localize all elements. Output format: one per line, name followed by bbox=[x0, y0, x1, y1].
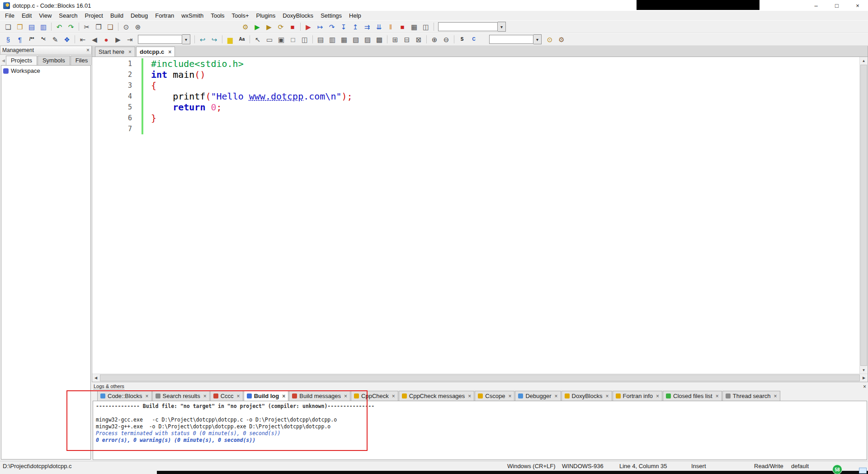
browse-next-button[interactable]: ▶ bbox=[112, 34, 124, 45]
redo-button[interactable]: ↷ bbox=[65, 22, 77, 32]
tab-close-icon[interactable]: × bbox=[128, 49, 132, 55]
editor-tab-dotcpp-c[interactable]: dotcpp.c× bbox=[136, 47, 175, 57]
menu-item-help[interactable]: Help bbox=[345, 11, 365, 20]
search-term-select[interactable]: ▾ bbox=[489, 34, 542, 44]
zoom-in-button[interactable]: ⊕ bbox=[429, 34, 440, 45]
menu-item-tools[interactable]: Tools bbox=[207, 11, 228, 20]
logs-tab-cscope[interactable]: Cscope× bbox=[475, 391, 514, 401]
run-to-cursor-button[interactable]: ↦ bbox=[314, 22, 326, 32]
menu-item-wxsmith[interactable]: wxSmith bbox=[178, 11, 207, 20]
menu-item-project[interactable]: Project bbox=[81, 11, 107, 20]
open-file-button[interactable]: ❒ bbox=[14, 22, 26, 32]
align-bottom-button[interactable]: ▩ bbox=[373, 34, 385, 45]
menu-item-settings[interactable]: Settings bbox=[317, 11, 345, 20]
horizontal-scroll-thumb[interactable] bbox=[100, 374, 860, 381]
tab-close-icon[interactable]: × bbox=[282, 393, 285, 399]
tree-item-workspace[interactable]: Workspace bbox=[3, 67, 89, 75]
debugging-windows-button[interactable]: ▦ bbox=[408, 22, 420, 32]
scroll-down-icon[interactable]: ▼ bbox=[860, 366, 868, 374]
wx-dialog-button[interactable]: ▣ bbox=[275, 34, 287, 45]
run-button[interactable]: ▶ bbox=[251, 22, 263, 32]
doxywizard-button[interactable]: ❖ bbox=[61, 34, 73, 45]
tab-close-icon[interactable]: × bbox=[656, 393, 659, 399]
logs-tab-cppcheck-messages[interactable]: CppCheck messages× bbox=[399, 391, 475, 401]
build-button[interactable]: ⚙ bbox=[240, 22, 251, 32]
logs-tab-build-log[interactable]: Build log× bbox=[244, 391, 289, 401]
doxy-comment-open-button[interactable]: /** bbox=[26, 34, 38, 45]
logs-tab-cccc[interactable]: Cccc× bbox=[210, 391, 243, 401]
vertical-scrollbar[interactable]: ▲ ▼ bbox=[859, 57, 868, 374]
menu-item-file[interactable]: File bbox=[1, 11, 18, 20]
tab-close-icon[interactable]: × bbox=[605, 393, 609, 399]
scroll-right-icon[interactable]: ▶ bbox=[860, 374, 868, 382]
tab-close-icon[interactable]: × bbox=[237, 393, 240, 399]
build-target-select-arrow-icon[interactable]: ▾ bbox=[498, 22, 506, 32]
vertical-scroll-thumb[interactable] bbox=[860, 65, 867, 366]
border-left-button[interactable]: ⊞ bbox=[389, 34, 401, 45]
nav-back-button[interactable]: ↩ bbox=[197, 34, 208, 45]
logs-tab-closed-files-list[interactable]: Closed files list× bbox=[663, 391, 722, 401]
highlight-marker-button[interactable]: ▆ bbox=[224, 34, 236, 45]
align-center-button[interactable]: ▥ bbox=[326, 34, 338, 45]
step-into-instruction-button[interactable]: ⇊ bbox=[373, 22, 385, 32]
maximize-button[interactable]: □ bbox=[826, 0, 847, 11]
paste-button[interactable]: ❑ bbox=[104, 22, 116, 32]
debug-info-button[interactable]: ◫ bbox=[420, 22, 432, 32]
tab-close-icon[interactable]: × bbox=[555, 393, 558, 399]
management-tab-projects[interactable]: Projects bbox=[6, 56, 37, 65]
save-all-files-button[interactable]: ▥ bbox=[38, 22, 49, 32]
logs-tab-search-results[interactable]: Search results× bbox=[152, 391, 210, 401]
cut-button[interactable]: ✂ bbox=[81, 22, 93, 32]
logs-close-button[interactable]: × bbox=[863, 384, 866, 390]
management-tab-symbols[interactable]: Symbols bbox=[38, 56, 70, 65]
align-top-button[interactable]: ▧ bbox=[350, 34, 362, 45]
align-right-button[interactable]: ▦ bbox=[338, 34, 350, 45]
doxy-run-html-button[interactable]: ✎ bbox=[49, 34, 61, 45]
wx-panel-button[interactable]: □ bbox=[287, 34, 299, 45]
align-middle-button[interactable]: ▨ bbox=[362, 34, 373, 45]
scroll-left-icon[interactable]: ◀ bbox=[92, 374, 99, 382]
step-out-button[interactable]: ↥ bbox=[349, 22, 361, 32]
minimize-button[interactable]: – bbox=[806, 0, 826, 11]
tab-close-icon[interactable]: × bbox=[716, 393, 719, 399]
break-debugger-button[interactable]: ‖ bbox=[385, 22, 396, 32]
build-and-run-button[interactable]: ▶ bbox=[263, 22, 275, 32]
copy-button[interactable]: ❐ bbox=[93, 22, 104, 32]
code-editor[interactable]: 1#include<stdio.h>2int main()3{4 printf(… bbox=[92, 57, 859, 374]
horizontal-scrollbar[interactable]: ◀ ▶ bbox=[92, 374, 868, 382]
logs-tab-debugger[interactable]: Debugger× bbox=[515, 391, 561, 401]
browse-last-button[interactable]: ⇥ bbox=[124, 34, 136, 45]
browse-prev-button[interactable]: ◀ bbox=[89, 34, 100, 45]
tab-close-icon[interactable]: × bbox=[392, 393, 395, 399]
abort-build-button[interactable]: ■ bbox=[287, 22, 298, 32]
menu-item-tools[interactable]: Tools+ bbox=[228, 11, 253, 20]
incremental-search-button[interactable]: ⊙ bbox=[544, 34, 556, 45]
editor-tab-start-here[interactable]: Start here× bbox=[95, 47, 135, 57]
goto-function-select-arrow-icon[interactable]: ▾ bbox=[182, 34, 190, 44]
management-close-button[interactable]: × bbox=[86, 47, 90, 53]
stop-debugger-button[interactable]: ■ bbox=[396, 22, 408, 32]
doxy-comment-ref-button[interactable]: *< bbox=[38, 34, 49, 45]
text-format-button[interactable]: Aa bbox=[236, 34, 248, 45]
wx-pointer-button[interactable]: ↖ bbox=[252, 34, 264, 45]
doxy-block-comment-button[interactable]: § bbox=[2, 34, 14, 45]
tab-close-icon[interactable]: × bbox=[344, 393, 347, 399]
tab-close-icon[interactable]: × bbox=[508, 393, 511, 399]
spell-check-button[interactable]: S bbox=[456, 34, 468, 45]
thesaurus-button[interactable]: C bbox=[468, 34, 480, 45]
scroll-up-icon[interactable]: ▲ bbox=[860, 57, 868, 64]
logs-tab-thread-search[interactable]: Thread search× bbox=[722, 391, 780, 401]
logs-tab-cppcheck[interactable]: CppCheck× bbox=[351, 391, 398, 401]
build-target-select[interactable]: ▾ bbox=[438, 22, 506, 32]
align-left-button[interactable]: ▤ bbox=[315, 34, 326, 45]
menu-item-debug[interactable]: Debug bbox=[127, 11, 151, 20]
new-file-button[interactable]: ❏ bbox=[2, 22, 14, 32]
tabs-scroll-left-icon[interactable]: ◀ bbox=[1, 58, 6, 65]
menu-item-edit[interactable]: Edit bbox=[18, 11, 35, 20]
tab-close-icon[interactable]: × bbox=[774, 393, 777, 399]
search-term-select-arrow-icon[interactable]: ▾ bbox=[533, 34, 542, 44]
browse-marker-button[interactable]: ● bbox=[100, 34, 112, 45]
find-button[interactable]: ⊙ bbox=[120, 22, 132, 32]
logs-tab-build-messages[interactable]: Build messages× bbox=[289, 391, 350, 401]
goto-function-select[interactable]: ▾ bbox=[138, 34, 190, 44]
